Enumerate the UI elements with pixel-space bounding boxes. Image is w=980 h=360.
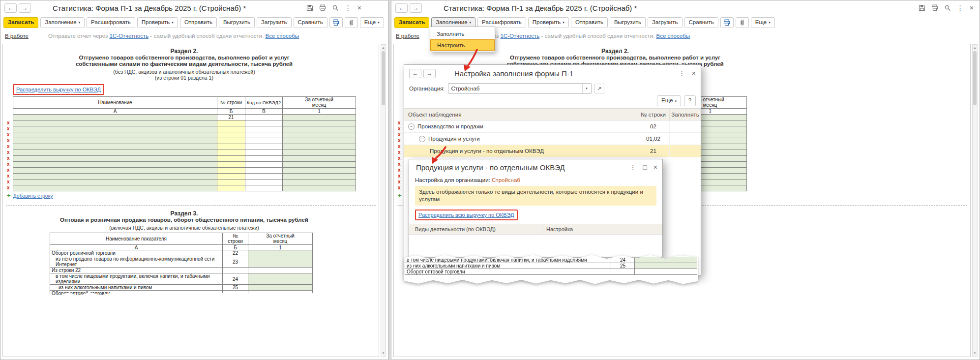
save-button[interactable]: Записать [3, 17, 38, 28]
cell-line-code[interactable] [217, 168, 245, 174]
forward-button[interactable]: → [410, 3, 422, 13]
cell-month-value[interactable] [283, 185, 356, 191]
send-button[interactable]: Отправить [180, 17, 217, 28]
menu-dots-icon[interactable]: ⋮ [629, 164, 636, 171]
menu-dots-icon[interactable]: ⋮ [957, 4, 964, 11]
print-button[interactable] [720, 17, 734, 28]
check-button[interactable]: Проверить▾ [528, 17, 569, 28]
tree-row-fill[interactable] [669, 145, 701, 157]
delete-row-icon[interactable]: x [398, 173, 401, 179]
cell-month-value[interactable] [248, 268, 313, 273]
cell-okved-code[interactable] [245, 120, 283, 126]
delete-row-icon[interactable]: x [398, 150, 401, 155]
delete-row-icon[interactable]: x [7, 120, 10, 126]
cell-name[interactable] [13, 174, 217, 180]
cell-okved-code[interactable] [245, 115, 283, 120]
scrollbar-thumb[interactable] [973, 51, 977, 105]
cell-okved-code[interactable] [245, 126, 283, 132]
tree-row-fill[interactable] [669, 133, 701, 145]
cell-okved-code[interactable] [245, 185, 283, 191]
vertical-scrollbar[interactable]: ▲ ▼ [972, 44, 978, 357]
scroll-down-icon[interactable]: ▼ [973, 351, 977, 356]
back-button[interactable]: ← [395, 3, 408, 13]
close-icon[interactable]: × [692, 70, 696, 77]
cell-month-value[interactable] [283, 168, 356, 174]
delete-row-icon[interactable]: x [398, 144, 401, 150]
import-button[interactable]: Загрузить [648, 17, 683, 28]
close-icon[interactable]: × [970, 4, 974, 11]
search-icon[interactable] [944, 4, 951, 11]
more-button[interactable]: Еще▾ [360, 17, 384, 28]
save-icon[interactable] [919, 4, 925, 11]
cell-line-code[interactable] [217, 180, 245, 185]
service-link[interactable]: 1С-Отчетность [500, 33, 539, 39]
delete-row-icon[interactable]: x [7, 155, 10, 161]
export-button[interactable]: Выгрузить [610, 17, 646, 28]
cell-month-value[interactable] [283, 144, 356, 150]
menu-dots-icon[interactable]: ⋮ [345, 4, 352, 11]
open-link-button[interactable]: ↗ [594, 84, 604, 93]
service-link[interactable]: 1С-Отчетность [109, 33, 148, 39]
cell-okved-code[interactable] [245, 150, 283, 156]
cell-name[interactable] [13, 156, 217, 162]
more-button[interactable]: Еще▾ [751, 17, 775, 28]
cell-name[interactable] [13, 132, 217, 138]
status-state-link[interactable]: В работе [396, 33, 419, 39]
maximize-icon[interactable]: □ [643, 164, 647, 171]
delete-row-icon[interactable]: x [398, 126, 401, 132]
back-button[interactable]: ← [4, 3, 17, 13]
distribute-all-revenue-link[interactable]: Распределить всю выручку по ОКВЭД [418, 212, 514, 218]
delete-row-icon[interactable]: x [7, 132, 10, 138]
cell-line-code[interactable] [217, 185, 245, 191]
cell-name[interactable] [13, 162, 217, 168]
cell-name[interactable] [13, 126, 217, 132]
organization-combobox[interactable]: Стройснаб ▾ [448, 83, 592, 94]
close-icon[interactable]: × [653, 164, 657, 171]
cell-month-value[interactable] [283, 180, 356, 185]
cell-okved-code[interactable] [245, 168, 283, 174]
status-state-link[interactable]: В работе [5, 33, 29, 39]
cell-okved-code[interactable] [245, 162, 283, 168]
delete-row-icon[interactable]: x [398, 120, 401, 126]
cell-name[interactable] [13, 138, 217, 144]
send-button[interactable]: Отправить [571, 17, 608, 28]
cell-month-value[interactable] [283, 126, 356, 132]
vertical-scrollbar[interactable]: ▲ ▼ [381, 44, 386, 357]
delete-row-icon[interactable]: x [398, 185, 401, 191]
scroll-down-icon[interactable]: ▼ [381, 351, 386, 356]
cell-month-value[interactable] [248, 250, 313, 256]
cell-okved-code[interactable] [245, 174, 283, 180]
save-icon[interactable] [306, 4, 313, 11]
cell-line-code[interactable] [217, 156, 245, 162]
cell-line-code[interactable] [217, 132, 245, 138]
search-icon[interactable] [332, 4, 339, 11]
delete-row-icon[interactable]: x [398, 132, 401, 138]
cell-month-value[interactable] [283, 150, 356, 156]
cell-okved-code[interactable] [245, 132, 283, 138]
cell-line-code[interactable] [217, 120, 245, 126]
all-ways-link[interactable]: Все способы [656, 33, 690, 39]
collapse-icon[interactable]: − [408, 123, 415, 130]
print-icon[interactable] [319, 4, 326, 11]
delete-row-icon[interactable]: x [7, 144, 10, 150]
all-ways-link[interactable]: Все способы [266, 33, 299, 39]
attachment-button[interactable] [345, 17, 358, 28]
cell-name[interactable] [13, 180, 217, 185]
save-button[interactable]: Записать [394, 17, 429, 28]
cell-line-code[interactable] [217, 144, 245, 150]
cell-month-value[interactable] [248, 273, 313, 285]
cell-month-value[interactable] [283, 174, 356, 180]
fill-button[interactable]: Заполнение▾ [40, 17, 85, 28]
collapse-icon[interactable]: − [419, 136, 425, 142]
cell-month-value[interactable] [283, 156, 356, 162]
tree-row[interactable]: −Продукция и услуги 01,02 [404, 133, 701, 145]
cell-month-value[interactable] [283, 138, 356, 144]
delete-row-icon[interactable]: x [398, 155, 401, 161]
distribute-revenue-link[interactable]: Распределить выручку по ОКВЭД [16, 87, 101, 92]
cell-name[interactable] [13, 115, 217, 120]
tree-row-fill[interactable] [669, 120, 701, 132]
cell-line-code[interactable] [217, 174, 245, 180]
delete-row-icon[interactable]: x [398, 167, 401, 173]
cell-line-code[interactable] [217, 150, 245, 156]
delete-row-icon[interactable]: x [7, 185, 10, 191]
